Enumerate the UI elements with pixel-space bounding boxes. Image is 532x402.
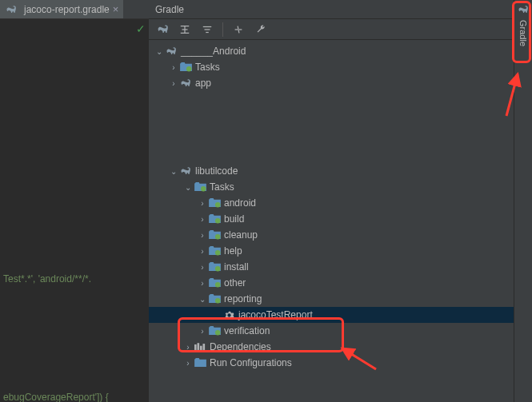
gradle-icon — [179, 165, 192, 177]
tree-lib[interactable]: ⌄libutilcode — [149, 163, 532, 179]
svg-point-16 — [214, 266, 219, 271]
tab-jacoco-report[interactable]: jacoco-report.gradle × — [0, 0, 123, 18]
tree-task-jacoco[interactable]: ›jacocoTestReport — [149, 307, 532, 323]
code-area[interactable]: Test*.*', 'android/**/*. ebugCoverageRep… — [0, 19, 149, 402]
svg-rect-22 — [200, 346, 202, 350]
tree-lib-tasks[interactable]: ⌄Tasks — [149, 179, 532, 195]
tab-label: jacoco-report.gradle — [24, 4, 110, 15]
tree-t-verification[interactable]: ›verification — [149, 323, 532, 339]
tree-t-help[interactable]: ›help — [149, 243, 532, 259]
folder-icon — [208, 277, 221, 289]
tree-t-android[interactable]: ›android — [149, 195, 532, 211]
svg-point-15 — [214, 250, 219, 255]
folder-tasks-icon — [194, 181, 206, 193]
svg-point-19 — [214, 330, 219, 335]
tree-t-build[interactable]: ›build — [149, 211, 532, 227]
tree-app[interactable]: ›app — [149, 75, 532, 91]
gradle-icon — [165, 46, 178, 57]
dependencies-icon — [194, 341, 206, 352]
svg-point-10 — [186, 66, 190, 71]
tree-runconf[interactable]: ›Run Configurations — [149, 355, 532, 371]
attach-icon[interactable] — [178, 22, 192, 37]
panel-header: Gradle — [149, 0, 532, 19]
folder-icon — [208, 261, 221, 273]
editor-tabs: jacoco-report.gradle × — [0, 0, 149, 19]
code-line: ebugCoverageReport']) { — [3, 392, 109, 402]
folder-run-icon — [194, 357, 206, 368]
sidebar-label[interactable]: Gradle — [518, 20, 528, 46]
offline-icon[interactable] — [231, 22, 246, 37]
svg-point-11 — [200, 186, 205, 191]
folder-icon — [208, 325, 221, 336]
tree-t-reporting[interactable]: ⌄reporting — [149, 291, 532, 307]
folder-icon — [208, 229, 221, 241]
svg-point-14 — [214, 234, 219, 239]
gradle-panel: Gradle ⌄______Android ›Tasks ›app ⌄libut… — [149, 0, 532, 402]
tree-gap — [149, 91, 532, 163]
code-line: Test*.*', 'android/**/*. — [3, 273, 91, 285]
expand-icon[interactable] — [200, 22, 214, 37]
refresh-icon[interactable] — [155, 22, 170, 37]
tree-t-cleanup[interactable]: ›cleanup — [149, 227, 532, 243]
svg-rect-20 — [194, 344, 197, 350]
folder-tasks-icon — [179, 62, 192, 73]
gradle-sidebar-icon[interactable] — [518, 5, 529, 17]
gradle-file-icon — [5, 4, 18, 15]
gradle-icon — [179, 78, 192, 89]
gradle-tree[interactable]: ⌄______Android ›Tasks ›app ⌄libutilcode … — [149, 40, 532, 402]
tab-close-icon[interactable]: × — [113, 3, 119, 15]
wrench-icon[interactable] — [254, 22, 268, 37]
task-gear-icon — [222, 309, 235, 320]
svg-point-12 — [214, 202, 219, 207]
gradle-toolbar — [149, 19, 532, 40]
toolbar-divider — [222, 22, 223, 37]
svg-rect-21 — [198, 343, 200, 350]
svg-line-9 — [238, 26, 239, 33]
svg-point-18 — [214, 298, 219, 303]
tree-t-other[interactable]: ›other — [149, 275, 532, 291]
panel-title: Gradle — [155, 4, 514, 15]
tree-tasks[interactable]: ›Tasks — [149, 59, 532, 75]
svg-point-17 — [214, 282, 219, 287]
folder-icon — [208, 213, 221, 225]
tree-root[interactable]: ⌄______Android — [149, 43, 532, 59]
folder-icon — [208, 245, 221, 257]
tree-t-install[interactable]: ›install — [149, 259, 532, 275]
svg-point-13 — [214, 218, 219, 223]
folder-icon — [208, 197, 221, 209]
folder-icon — [208, 293, 221, 304]
right-sidebar: Gradle — [514, 0, 532, 402]
svg-rect-23 — [203, 344, 206, 350]
tree-deps[interactable]: ›Dependencies — [149, 339, 532, 355]
editor-pane: jacoco-report.gradle × ✓ Test*.*', 'andr… — [0, 0, 149, 402]
